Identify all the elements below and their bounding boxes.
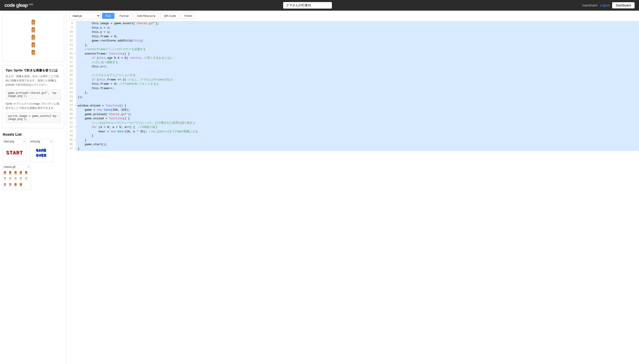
format-button[interactable]: Format xyxy=(116,13,132,19)
line-arrow-33 xyxy=(75,130,76,134)
svg-rect-108 xyxy=(20,177,22,179)
svg-rect-105 xyxy=(16,179,17,180)
line-content-11: this.frame = 0; xyxy=(76,34,639,39)
line-arrow-35: ▸ xyxy=(75,138,76,142)
svg-rect-101 xyxy=(15,177,17,179)
file-selector[interactable]: main.js xyxy=(69,12,100,19)
code-line-36: 36 game.start(); xyxy=(67,142,639,147)
svg-rect-126 xyxy=(5,185,6,186)
svg-rect-133 xyxy=(11,185,11,186)
svg-rect-81 xyxy=(26,172,26,172)
editor-toolbar: main.js Run Format Add Resource QR-Code … xyxy=(67,11,639,21)
username-label: mamimami xyxy=(582,4,597,7)
code-line-18: 18 this.x++; xyxy=(67,64,639,69)
asset-close-chara[interactable]: × xyxy=(28,165,30,168)
right-panel: main.js Run Format Add Resource QR-Code … xyxy=(67,11,639,364)
line-arrow-25 xyxy=(75,95,76,99)
line-arrow-9 xyxy=(75,26,76,30)
title-input[interactable] xyxy=(283,2,332,9)
svg-rect-97 xyxy=(9,179,10,180)
line-num-9: 9 xyxy=(67,26,75,30)
line-num-28: 28 xyxy=(67,108,75,112)
svg-rect-38 xyxy=(32,46,35,47)
finish-button[interactable]: Finish xyxy=(181,13,195,19)
line-num-15: 15 xyxy=(67,52,75,56)
code-line-28: 28 game = new Game(320, 320); xyxy=(67,108,639,112)
asset-close-start[interactable]: × xyxy=(23,140,25,143)
line-content-35: } xyxy=(76,138,639,142)
dashboard-button[interactable]: Dashboard xyxy=(612,2,634,8)
svg-rect-104 xyxy=(15,179,15,180)
svg-rect-83 xyxy=(25,173,26,174)
asset-close-end[interactable]: × xyxy=(50,140,52,143)
line-arrow-34 xyxy=(75,134,76,138)
tips-title: Tips: Sprite で好きな画像を使うには xyxy=(6,68,61,72)
code-snippet-1: game.preload('chara1.gif', 'my-image.png… xyxy=(6,89,61,100)
svg-rect-145 xyxy=(21,184,22,184)
svg-rect-73 xyxy=(20,171,22,173)
svg-rect-28 xyxy=(32,38,35,39)
line-arrow-16 xyxy=(75,56,76,60)
line-arrow-10 xyxy=(75,30,76,34)
svg-rect-96 xyxy=(11,178,11,178)
asset-name-chara: chara1.gif xyxy=(4,165,16,168)
code-line-21: 21 if (this.frame == 2) //もし、クマさんのframeが… xyxy=(67,78,639,82)
svg-rect-52 xyxy=(4,171,6,173)
line-num-33: 33 xyxy=(67,130,75,134)
code-line-27: 27 ▸ window.onload = function() { xyxy=(67,104,639,108)
start-text: START xyxy=(6,150,23,156)
svg-rect-69 xyxy=(15,173,15,174)
svg-rect-82 xyxy=(27,172,27,172)
code-line-9: 9 this.x = x; xyxy=(67,26,639,30)
code-line-8: 8 this.image = game.assets['chara1.gif']… xyxy=(67,21,639,26)
svg-rect-68 xyxy=(16,172,16,172)
bear-sprite-5 xyxy=(30,49,37,56)
line-num-8: 8 xyxy=(67,21,75,26)
asset-header-start: start.png × xyxy=(3,139,27,144)
svg-rect-111 xyxy=(20,179,21,180)
line-num-12: 12 xyxy=(67,38,75,43)
gameover-text: GAMEOVER xyxy=(36,148,46,158)
add-resource-button[interactable]: Add Resource xyxy=(134,13,159,19)
svg-rect-143 xyxy=(20,183,22,185)
line-content-30: game.onload = function() { xyxy=(76,116,639,121)
line-content-28: game = new Game(320, 320); xyxy=(76,108,639,112)
svg-rect-116 xyxy=(26,178,26,178)
preview-area xyxy=(2,13,64,62)
svg-rect-8 xyxy=(32,23,35,24)
assets-section: Assets List start.png × START end.png xyxy=(2,132,64,191)
code-line-12: 12 game.rootScene.addChild(this); xyxy=(67,38,639,43)
line-content-34: } xyxy=(76,134,639,138)
line-content-23: this.frame++; xyxy=(76,86,639,91)
code-editor[interactable]: 8 this.image = game.assets['chara1.gif']… xyxy=(67,21,639,364)
code-line-17: 17 //少し右へ移動する xyxy=(67,60,639,65)
qr-code-button[interactable]: QR-Code xyxy=(160,13,179,19)
svg-rect-74 xyxy=(20,172,21,172)
svg-rect-54 xyxy=(5,172,6,172)
main-layout: Tips: Sprite で好きな画像を使うには 左上の「画像を追加」ボタンを押… xyxy=(0,11,639,364)
svg-rect-29 xyxy=(32,36,34,38)
svg-rect-56 xyxy=(5,173,6,174)
line-num-37: 37 xyxy=(67,147,75,151)
svg-rect-39 xyxy=(32,44,34,45)
line-arrow-30: ▸ xyxy=(75,116,76,121)
svg-rect-138 xyxy=(16,184,16,184)
run-button[interactable]: Run xyxy=(102,13,115,19)
line-content-36: game.start(); xyxy=(76,142,639,147)
line-arrow-32: ▸ xyxy=(75,125,76,130)
svg-rect-66 xyxy=(15,171,17,173)
code-line-33: 33 bear = new Bear(10, a * 32); //aには0から… xyxy=(67,130,639,134)
line-num-29: 29 xyxy=(67,112,75,116)
line-arrow-8 xyxy=(75,21,76,26)
logout-link[interactable]: Logout xyxy=(600,4,610,7)
line-content-17: //少し右へ移動する xyxy=(76,60,639,65)
svg-rect-18 xyxy=(32,30,35,32)
svg-rect-94 xyxy=(9,177,11,179)
svg-rect-131 xyxy=(11,184,11,184)
svg-rect-87 xyxy=(4,177,6,179)
line-num-32: 32 xyxy=(67,125,75,130)
line-arrow-36 xyxy=(75,142,76,147)
assets-grid: start.png × START end.png × GAMEOVER xyxy=(2,139,64,190)
line-content-22: this.frame = 0; //frameを0にリセットするよ xyxy=(76,82,639,86)
asset-item-start: start.png × START xyxy=(2,139,27,162)
